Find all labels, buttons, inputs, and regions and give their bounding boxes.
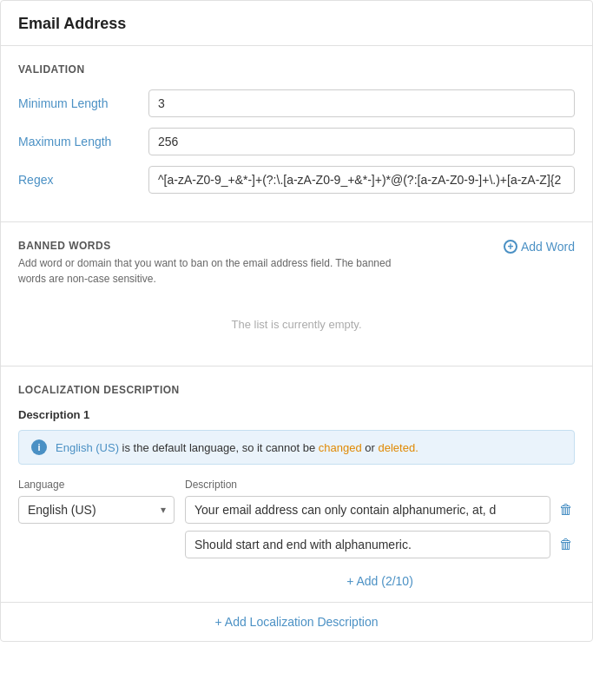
desc-col-label: Description [185,479,575,491]
regex-input[interactable] [148,166,575,194]
delete-desc-1-button[interactable]: 🗑 [557,500,575,519]
banned-words-title: BANNED WORDS [18,240,418,252]
page-header: Email Address [1,1,592,46]
lang-desc-row: Language English (US) Description 🗑 🗑 [18,479,575,602]
info-deleted-text: deleted. [379,441,418,454]
language-select[interactable]: English (US) [18,496,175,524]
min-length-label: Minimum Length [18,96,148,110]
desc-input-row-1: 🗑 [185,496,575,524]
max-length-input[interactable] [148,128,575,155]
add-word-button[interactable]: + Add Word [504,240,575,254]
min-length-row: Minimum Length [18,89,575,117]
desc-input-1[interactable] [185,496,550,524]
info-english-text: English (US) [56,441,119,454]
page-title: Email Address [18,15,126,32]
banned-words-title-block: BANNED WORDS Add word or domain that you… [18,240,418,287]
info-changed-text: changed [319,441,362,454]
delete-desc-2-button[interactable]: 🗑 [557,535,575,554]
desc-col: Description 🗑 🗑 + Add (2/10) [185,479,575,602]
info-banner: i English (US) is the default language, … [18,430,575,465]
min-length-input[interactable] [148,89,575,117]
max-length-row: Maximum Length [18,128,575,155]
lang-col: Language English (US) [18,479,175,524]
main-container: Email Address VALIDATION Minimum Length … [0,0,593,642]
add-localization-button[interactable]: + Add Localization Description [215,615,379,629]
add-entry-row: + Add (2/10) [185,565,575,602]
lang-select-wrapper: English (US) [18,496,175,524]
localization-section: LOCALIZATION DESCRIPTION Description 1 i… [1,367,592,603]
regex-row: Regex [18,166,575,194]
info-banner-text: English (US) is the default language, so… [56,441,418,454]
add-entry-button[interactable]: + Add (2/10) [346,574,413,588]
empty-list-message: The list is currently empty. [18,292,575,348]
plus-circle-icon: + [504,240,517,254]
info-icon: i [31,439,47,455]
desc-input-row-2: 🗑 [185,531,575,558]
localization-section-title: LOCALIZATION DESCRIPTION [18,384,575,396]
banned-words-description: Add word or domain that you want to ban … [18,255,418,287]
banned-words-section: BANNED WORDS Add word or domain that you… [1,222,592,367]
desc-label: Description 1 [18,408,575,421]
add-localization-row: + Add Localization Description [1,603,592,641]
regex-label: Regex [18,173,148,187]
banned-words-header: BANNED WORDS Add word or domain that you… [18,240,575,287]
max-length-label: Maximum Length [18,135,148,149]
validation-section-title: VALIDATION [18,63,575,76]
desc-input-2[interactable] [185,531,550,558]
lang-col-label: Language [18,479,175,491]
validation-section: VALIDATION Minimum Length Maximum Length… [1,46,592,222]
add-word-label: Add Word [521,240,575,254]
